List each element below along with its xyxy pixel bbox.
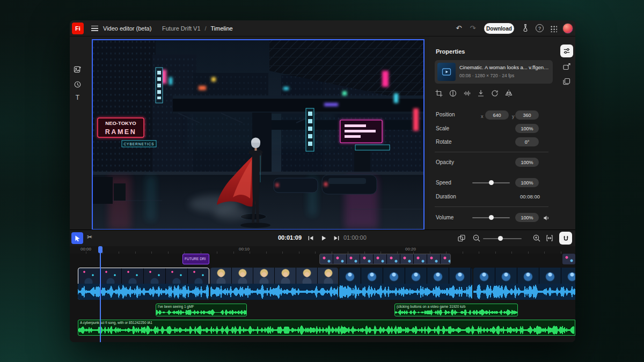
sign-neo-tokyo: NEO-TOKYO xyxy=(105,120,136,126)
voice-clip-label: I've been seeing 1 gMF xyxy=(158,305,194,308)
audio-waveform xyxy=(395,309,517,316)
snap-magnet-button[interactable] xyxy=(559,232,572,245)
voice-audio-clip[interactable]: I've been seeing 1 gMF xyxy=(156,304,247,316)
right-toolbar xyxy=(558,36,575,230)
video-clip-2[interactable] xyxy=(210,268,338,300)
firefly-logo[interactable]: Fi xyxy=(72,23,84,34)
clip-audio xyxy=(339,284,472,300)
speed-label: Speed xyxy=(436,180,451,186)
duration-label: Duration xyxy=(436,194,456,200)
flip-icon[interactable] xyxy=(504,89,513,98)
volume-slider[interactable] xyxy=(472,215,510,220)
crop-icon[interactable] xyxy=(435,89,443,98)
edit-video-button[interactable] xyxy=(562,62,571,71)
undo-button[interactable]: ↶ xyxy=(454,24,464,33)
overlay-video-clip[interactable] xyxy=(319,254,451,264)
avatar[interactable] xyxy=(562,23,573,34)
text-tool-icon[interactable]: T xyxy=(74,94,82,102)
filmstrip-robot xyxy=(339,268,472,284)
mask-icon[interactable] xyxy=(449,89,457,98)
next-frame-button[interactable] xyxy=(333,234,340,242)
zoom-slider[interactable] xyxy=(483,236,522,241)
speed-slider-knob[interactable] xyxy=(489,180,494,185)
music-audio-clip[interactable]: A cyberpunk sci fi song, with or 8512422… xyxy=(78,320,575,336)
cybernetics-sign: CYBERNETICS xyxy=(122,141,156,147)
audio-waveform xyxy=(473,284,575,300)
current-timecode: 00:01:09 xyxy=(278,234,302,241)
speed-field[interactable]: 100% xyxy=(515,178,539,187)
split-tool-button[interactable]: ✂ xyxy=(87,233,92,241)
parked-car-2 xyxy=(322,175,377,194)
help-button[interactable]: ? xyxy=(536,24,544,32)
ruler-label-0: 00:00 xyxy=(77,247,95,252)
overlap-clips-icon[interactable] xyxy=(457,234,466,242)
x-axis-label: x xyxy=(481,114,484,119)
clip-actions-row xyxy=(435,89,513,98)
clip-name: Cinematic. A woman looks a... v.ffgenvid xyxy=(459,64,550,70)
speaker-icon[interactable] xyxy=(543,214,550,221)
flask-icon[interactable] xyxy=(521,24,530,32)
video-clip-3[interactable] xyxy=(339,268,472,300)
play-button[interactable] xyxy=(320,234,327,242)
preview-scene: NEO-TOKYO RAMEN CYBERNETICS xyxy=(92,40,424,230)
vertical-sign-left xyxy=(156,68,163,103)
sfx-audio-clip[interactable]: (clicking buttons on a video game 31920 … xyxy=(394,304,518,316)
fit-timeline-icon[interactable] xyxy=(545,234,554,242)
redo-button[interactable]: ↷ xyxy=(468,24,478,33)
history-icon[interactable] xyxy=(74,80,82,88)
vertical-sign-right xyxy=(306,108,314,151)
scale-field[interactable]: 100% xyxy=(515,124,539,133)
video-clip-1-selected[interactable] xyxy=(78,268,209,300)
selected-clip-card[interactable]: Cinematic. A woman looks a... v.ffgenvid… xyxy=(435,60,553,84)
divider xyxy=(435,206,548,207)
timeline-ruler[interactable]: 00:00 00:10 00:20 xyxy=(70,246,575,254)
speed-slider[interactable] xyxy=(472,180,510,185)
zoom-slider-knob[interactable] xyxy=(498,236,503,241)
audio-waveform xyxy=(210,284,338,300)
clip-meta: 00:08 · 1280 × 720 · 24 fps xyxy=(459,73,514,78)
properties-title: Properties xyxy=(436,48,465,55)
y-axis-label: y xyxy=(512,114,515,119)
timeline-tracks: FUTURE DRI xyxy=(70,254,575,342)
playhead[interactable] xyxy=(100,246,101,342)
divider xyxy=(435,152,548,152)
audio-detach-icon[interactable] xyxy=(463,89,471,98)
extract-frame-icon[interactable] xyxy=(477,89,485,98)
properties-panel-button[interactable] xyxy=(560,45,573,57)
desktop-background: Fi Video editor (beta) Future Drift V1 /… xyxy=(0,0,644,362)
rotate-field[interactable]: 0° xyxy=(515,137,539,146)
volume-slider-knob[interactable] xyxy=(489,215,494,220)
position-label: Position xyxy=(436,112,455,117)
position-y-field[interactable]: 360 xyxy=(515,110,539,120)
video-preview[interactable]: NEO-TOKYO RAMEN CYBERNETICS xyxy=(92,40,424,230)
zoom-out-icon[interactable] xyxy=(472,234,481,242)
opacity-field[interactable]: 100% xyxy=(515,158,539,167)
filmstrip-robot xyxy=(473,268,575,284)
zoom-in-icon[interactable] xyxy=(532,234,541,242)
overlay-video-clip-2[interactable] xyxy=(562,254,575,264)
select-tool-button[interactable] xyxy=(71,232,83,244)
breadcrumb: Future Drift V1 / Timeline xyxy=(162,25,233,32)
left-toolbar: T xyxy=(70,36,85,230)
layers-button[interactable] xyxy=(562,77,571,86)
project-name[interactable]: Future Drift V1 xyxy=(162,25,201,32)
add-media-icon[interactable] xyxy=(74,65,82,73)
timeline: ✂ 00:01:09 01:00:00 xyxy=(70,230,575,342)
prev-frame-button[interactable] xyxy=(307,234,314,242)
playhead-handle[interactable] xyxy=(98,246,103,253)
hamburger-menu-icon[interactable] xyxy=(91,26,98,31)
filmstrip-city xyxy=(78,268,209,284)
loop-icon[interactable] xyxy=(491,89,499,98)
ramen-sign: NEO-TOKYO RAMEN xyxy=(98,118,144,137)
total-timecode: 01:00:00 xyxy=(343,234,367,241)
volume-label: Volume xyxy=(436,215,453,220)
properties-panel: Properties Cinematic. A woman looks a...… xyxy=(429,36,558,230)
video-clip-4[interactable] xyxy=(473,268,575,300)
text-clip[interactable]: FUTURE DRI xyxy=(182,254,209,264)
download-button[interactable]: Download xyxy=(484,23,514,34)
audio-waveform xyxy=(339,284,472,300)
opacity-label: Opacity xyxy=(436,159,454,165)
volume-field[interactable]: 100% xyxy=(515,213,539,222)
apps-grid-icon[interactable] xyxy=(550,25,557,32)
position-x-field[interactable]: 640 xyxy=(485,110,509,120)
